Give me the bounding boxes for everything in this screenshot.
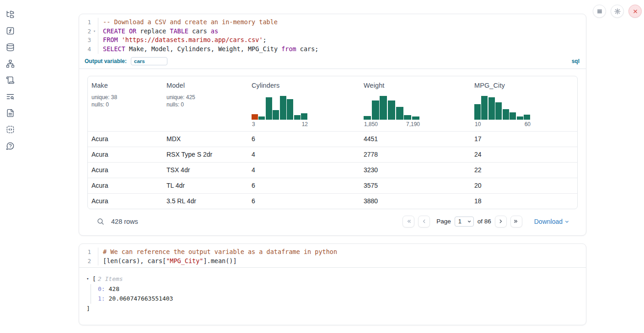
table-cell: 3575 — [360, 178, 471, 193]
tree-item: 1: 20.060747663551403 — [98, 294, 579, 304]
gear-icon — [614, 8, 621, 15]
table-cell: 20 — [471, 178, 577, 193]
code-text: SELECT Make, Model, Cylinders, Weight, M… — [98, 45, 586, 54]
tree-item-key: 1: — [98, 295, 105, 302]
table-cell: Acura — [88, 194, 163, 209]
menu-icon — [596, 8, 603, 15]
line-number: 1 — [79, 248, 91, 257]
line-number: 2 — [79, 257, 91, 266]
table-cell: 18 — [471, 194, 577, 209]
table-cell: Acura — [88, 163, 163, 178]
fold-gutter — [91, 45, 98, 54]
column-histogram — [252, 96, 307, 120]
sql-cell-output: Makeunique: 38nulls: 0Modelunique: 425nu… — [79, 69, 586, 227]
table-cell: 4451 — [360, 132, 471, 147]
code-text: FROM 'https://datasets.marimo.app/cars.c… — [98, 36, 586, 45]
histogram-axis-labels: 312 — [252, 121, 308, 127]
tree-item-key: 0: — [98, 285, 105, 292]
histogram-wrap: 1,8507,190 — [364, 96, 420, 127]
pagination: Page 1 of 86 Download — [402, 216, 569, 227]
page-select[interactable]: 1 — [455, 217, 474, 227]
fold-chevron-icon[interactable]: ▾ — [91, 27, 98, 36]
file-tree-icon[interactable] — [6, 10, 15, 19]
notebook-actions — [593, 5, 642, 18]
shutdown-button[interactable] — [628, 5, 642, 18]
tree-item: 0: 428 — [98, 284, 579, 294]
output-variable-input[interactable] — [131, 57, 167, 65]
page-total-label: of 86 — [478, 218, 491, 225]
code-line: 2[len(cars), cars["MPG_City"].mean()] — [79, 257, 586, 266]
table-cell: 3230 — [360, 163, 471, 178]
table-cell: 2778 — [360, 147, 471, 162]
column-histogram — [364, 96, 419, 120]
tree-item-value: 428 — [105, 285, 119, 292]
chevron-right-icon — [498, 218, 504, 224]
sql-code-editor[interactable]: 1-- Download a CSV and create an in-memo… — [79, 14, 586, 56]
code-text: [len(cars), cars["MPG_City"].mean()] — [98, 257, 586, 266]
data-table: Makeunique: 38nulls: 0Modelunique: 425nu… — [87, 76, 578, 209]
table-row[interactable]: AcuraTL 4dr6357520 — [88, 178, 577, 193]
table-cell: 17 — [471, 132, 577, 147]
code-line: 1-- Download a CSV and create an in-memo… — [79, 18, 586, 27]
collapse-chevron-icon[interactable]: ▾ — [86, 274, 92, 284]
table-row[interactable]: AcuraRSX Type S 2dr4277824 — [88, 147, 577, 162]
items-count-label: 2 Items — [98, 274, 123, 284]
dependency-graph-icon[interactable] — [6, 59, 15, 68]
page-label: Page — [436, 218, 451, 225]
code-line: 3FROM 'https://datasets.marimo.app/cars.… — [79, 36, 586, 45]
line-number: 4 — [79, 45, 91, 54]
close-icon — [632, 8, 639, 15]
table-row[interactable]: Acura3.5 RL 4dr6388018 — [88, 193, 577, 209]
column-name: Cylinders — [252, 82, 356, 89]
table-header: Makeunique: 38nulls: 0Modelunique: 425nu… — [88, 76, 577, 131]
column-header: Weight1,8507,190 — [360, 76, 471, 131]
histogram-axis-labels: 1060 — [474, 121, 531, 127]
column-header: Makeunique: 38nulls: 0 — [88, 76, 163, 131]
fold-gutter — [91, 257, 98, 266]
first-page-button[interactable] — [402, 216, 414, 227]
column-histogram — [474, 96, 530, 120]
logs-search-icon[interactable] — [6, 92, 15, 101]
column-header: MPG_City1060 — [471, 76, 577, 131]
code-text: -- Download a CSV and create an in-memor… — [98, 18, 586, 27]
table-cell: 3.5 RL 4dr — [163, 194, 248, 209]
scratchpad-icon[interactable] — [6, 76, 15, 85]
table-cell: 22 — [471, 163, 577, 178]
help-chat-icon[interactable] — [6, 142, 15, 150]
table-cell: 6 — [248, 178, 360, 193]
python-code-editor[interactable]: 1# We can reference the output variable … — [79, 244, 586, 267]
tree-item-value: 20.060747663551403 — [105, 295, 173, 302]
sql-cell: 1-- Download a CSV and create an in-memo… — [79, 14, 586, 236]
chevrons-left-icon — [406, 218, 412, 224]
table-cell: TL 4dr — [163, 178, 248, 193]
download-button[interactable]: Download — [534, 218, 569, 225]
fold-gutter — [91, 248, 98, 257]
menu-button[interactable] — [593, 5, 606, 18]
column-name: Model — [166, 82, 244, 89]
table-row[interactable]: AcuraTSX 4dr4323022 — [88, 162, 577, 178]
chevron-left-icon — [421, 218, 427, 224]
snippets-icon[interactable] — [6, 125, 15, 134]
column-stats: unique: 38nulls: 0 — [91, 94, 159, 109]
function-square-icon[interactable] — [6, 26, 15, 35]
table-cell: 4 — [248, 163, 360, 178]
code-line: 1# We can reference the output variable … — [79, 248, 586, 257]
documentation-icon[interactable] — [6, 109, 15, 117]
next-page-button[interactable] — [495, 216, 507, 227]
database-icon[interactable] — [6, 43, 15, 52]
table-body: AcuraMDX6445117AcuraRSX Type S 2dr427782… — [88, 131, 577, 209]
table-row[interactable]: AcuraMDX6445117 — [88, 131, 577, 147]
previous-page-button[interactable] — [418, 216, 430, 227]
last-page-button[interactable] — [510, 216, 522, 227]
table-cell: Acura — [88, 178, 163, 193]
chevron-down-icon — [467, 219, 472, 224]
table-cell: MDX — [163, 132, 248, 147]
open-bracket: [ — [92, 274, 96, 284]
table-cell: RSX Type S 2dr — [163, 147, 248, 162]
table-cell: 6 — [248, 194, 360, 209]
fold-gutter — [91, 36, 98, 45]
sql-cell-footer-bar: Output variable: sql — [79, 56, 586, 69]
column-name: Make — [91, 82, 159, 89]
search-icon[interactable] — [97, 217, 105, 226]
settings-button[interactable] — [611, 5, 624, 18]
